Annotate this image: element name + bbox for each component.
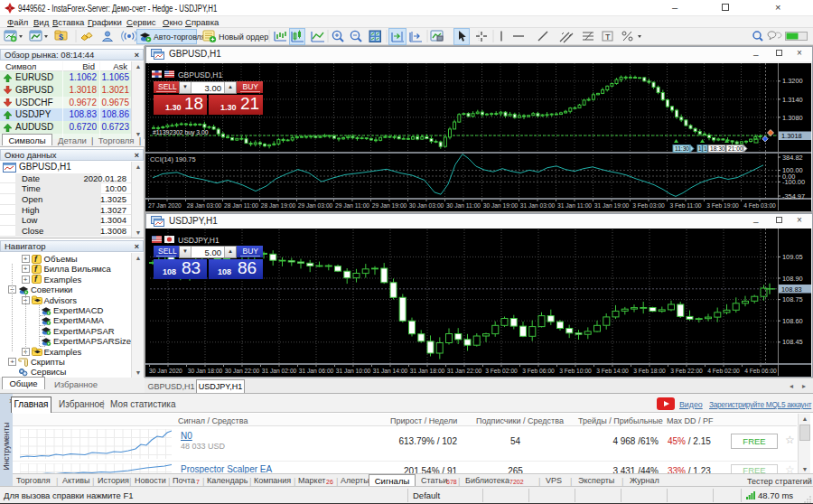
- svg-text:31 Jan 11:00: 31 Jan 11:00: [557, 202, 592, 209]
- svg-text:T: T: [605, 33, 611, 42]
- svg-text:31 Jan 02:00: 31 Jan 02:00: [262, 368, 297, 374]
- svg-text:1: 1: [698, 145, 702, 152]
- svg-text:28 Jan 11:00: 28 Jan 11:00: [224, 202, 258, 209]
- svg-text:29 Jan 03:00: 29 Jan 03:00: [298, 202, 333, 209]
- svg-text:28 Jan 19:00: 28 Jan 19:00: [261, 202, 296, 209]
- svg-text:29 Jan 11:00: 29 Jan 11:00: [335, 202, 369, 209]
- svg-text:108.45: 108.45: [782, 338, 803, 346]
- svg-text:3 Feb 10:00: 3 Feb 10:00: [559, 368, 592, 374]
- svg-text:108.60: 108.60: [782, 317, 803, 325]
- svg-text:30 Jan 11:00: 30 Jan 11:00: [446, 202, 481, 209]
- svg-text:30 Jan 22:00: 30 Jan 22:00: [225, 368, 260, 374]
- svg-text:108.90: 108.90: [782, 275, 803, 283]
- svg-text:1: 1: [704, 145, 707, 152]
- svg-text:31 Jan 18:00: 31 Jan 18:00: [410, 368, 445, 374]
- svg-text:30 Jan 2020: 30 Jan 2020: [149, 368, 182, 374]
- svg-text:-354.97: -354.97: [782, 192, 805, 201]
- svg-text:-100.00: -100.00: [782, 178, 805, 186]
- svg-text:3 Feb 19:00: 3 Feb 19:00: [706, 202, 739, 209]
- svg-text:3 Feb 22:00: 3 Feb 22:00: [670, 368, 703, 374]
- svg-text:30 Jan 19:00: 30 Jan 19:00: [483, 202, 519, 209]
- svg-text:4 Feb 03:00: 4 Feb 03:00: [743, 202, 776, 209]
- svg-text:3 Feb 11:00: 3 Feb 11:00: [669, 202, 701, 209]
- svg-text:11:30: 11:30: [675, 145, 689, 152]
- svg-text:3 Feb 18:00: 3 Feb 18:00: [633, 368, 666, 374]
- svg-text:18:30: 18:30: [710, 145, 725, 152]
- svg-text:CCI(14) 190.75: CCI(14) 190.75: [150, 155, 196, 163]
- svg-text:1.3018: 1.3018: [781, 132, 802, 140]
- svg-text:#11392302 buy 3.00: #11392302 buy 3.00: [153, 129, 209, 136]
- svg-text:28 Jan 03:00: 28 Jan 03:00: [187, 202, 222, 209]
- svg-text:31 Jan 19:00: 31 Jan 19:00: [594, 202, 630, 209]
- svg-text:3 Feb 14:00: 3 Feb 14:00: [596, 368, 629, 374]
- svg-text:27 Jan 2020: 27 Jan 2020: [148, 202, 182, 209]
- svg-text:4 Feb 06:00: 4 Feb 06:00: [744, 368, 777, 374]
- svg-text:31 Jan 10:00: 31 Jan 10:00: [336, 368, 371, 374]
- svg-text:1.3080: 1.3080: [782, 114, 803, 122]
- svg-text:108.75: 108.75: [782, 295, 803, 303]
- svg-text:3 Feb 03:00: 3 Feb 03:00: [632, 202, 665, 209]
- svg-text:31 Jan 03:00: 31 Jan 03:00: [520, 202, 556, 209]
- svg-text:109.05: 109.05: [782, 253, 803, 261]
- svg-text:29 Jan 19:00: 29 Jan 19:00: [372, 202, 407, 209]
- svg-text:108.83: 108.83: [781, 285, 802, 294]
- svg-text:USDJPY,H1: USDJPY,H1: [178, 236, 220, 245]
- svg-text:384.82: 384.82: [782, 154, 803, 162]
- svg-text:30 Jan 18:00: 30 Jan 18:00: [188, 368, 223, 374]
- svg-text:1.3200: 1.3200: [782, 77, 803, 85]
- svg-text:31 Jan 14:00: 31 Jan 14:00: [373, 368, 408, 374]
- svg-text:3 Feb 06:00: 3 Feb 06:00: [522, 368, 555, 374]
- svg-text:21:00: 21:00: [728, 145, 743, 152]
- svg-text:31 Jan 06:00: 31 Jan 06:00: [299, 368, 334, 374]
- svg-text:30 Jan 03:00: 30 Jan 03:00: [409, 202, 444, 209]
- svg-text:GBPUSD,H1: GBPUSD,H1: [178, 70, 222, 79]
- svg-text:31 Jan 22:00: 31 Jan 22:00: [447, 368, 482, 374]
- svg-text:4 Feb 02:00: 4 Feb 02:00: [707, 368, 740, 374]
- svg-text:1.3140: 1.3140: [782, 96, 803, 104]
- svg-text:3 Feb 02:00: 3 Feb 02:00: [485, 368, 518, 374]
